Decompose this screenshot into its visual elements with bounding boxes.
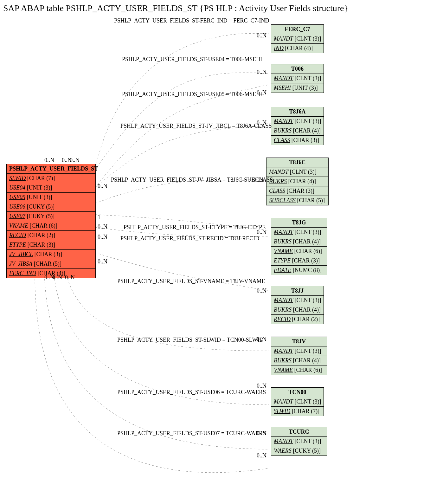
- entity-t8j6a: T8J6A MANDT [CLNT (3)] BUKRS [CHAR (4)] …: [271, 107, 324, 145]
- field-row: USE04 [UNIT (3)]: [7, 183, 95, 193]
- cardinality: 0..N: [257, 120, 266, 126]
- cardinality: 0..N: [257, 430, 266, 437]
- field-row: WAERS [CUKY (5)]: [271, 446, 327, 456]
- entity-header: TCURC: [271, 427, 327, 437]
- cardinality: 0..N: [44, 157, 54, 164]
- cardinality: 0..N: [70, 157, 80, 164]
- entity-t8j6c: T8J6C MANDT [CLNT (3)] BUKRS [CHAR (4)] …: [266, 158, 329, 205]
- cardinality: 0..N: [257, 288, 266, 294]
- entity-main-header: PSHLP_ACTY_USER_FIELDS_ST: [7, 164, 95, 174]
- entity-ferc-c7: FERC_C7 MANDT [CLNT (3)] IND [CHAR (4)]: [271, 24, 324, 53]
- cardinality: 0..N: [254, 177, 263, 183]
- field-row: MANDT [CLNT (3)]: [271, 34, 324, 44]
- cardinality: 0..N: [98, 223, 107, 230]
- relation-label: PSHLP_ACTY_USER_FIELDS_ST-JV_JIBCL = T8J…: [120, 123, 272, 129]
- relation-label: PSHLP_ACTY_USER_FIELDS_ST-RECID = T8JJ-R…: [120, 235, 259, 242]
- field-row: SLWID [CHAR (7)]: [271, 407, 324, 416]
- relation-label: PSHLP_ACTY_USER_FIELDS_ST-USE05 = T006-M…: [122, 91, 262, 98]
- entity-t8jj: T8JJ MANDT [CLNT (3)] BUKRS [CHAR (4)] R…: [271, 286, 324, 324]
- field-row: BUKRS [CHAR (4)]: [271, 126, 324, 136]
- field-row: VNAME [CHAR (6)]: [7, 221, 95, 231]
- entity-t8jv: T8JV MANDT [CLNT (3)] BUKRS [CHAR (4)] V…: [271, 337, 327, 375]
- field-row: MSEHI [UNIT (3)]: [271, 83, 324, 93]
- entity-header: T8J6C: [266, 158, 328, 167]
- field-row: BUKRS [CHAR (4)]: [271, 237, 327, 247]
- field-row: FDATE [NUMC (8)]: [271, 266, 327, 275]
- field-row: RECID [CHAR (2)]: [271, 315, 324, 324]
- field-row: USE07 [CUKY (5)]: [7, 212, 95, 221]
- entity-header: FERC_C7: [271, 25, 324, 34]
- cardinality: 0..N: [257, 452, 266, 459]
- entity-header: T8JJ: [271, 286, 324, 296]
- entity-t006: T006 MANDT [CLNT (3)] MSEHI [UNIT (3)]: [271, 64, 324, 93]
- cardinality: 0..N: [257, 229, 266, 236]
- field-row: CLASS [CHAR (3)]: [271, 136, 324, 145]
- field-row: USE06 [CUKY (5)]: [7, 202, 95, 212]
- field-row: BUKRS [CHAR (4)]: [266, 177, 328, 186]
- entity-main: PSHLP_ACTY_USER_FIELDS_ST SLWID [CHAR (7…: [6, 164, 96, 278]
- diagram-canvas: PSHLP_ACTY_USER_FIELDS_ST SLWID [CHAR (7…: [3, 15, 427, 500]
- field-row: MANDT [CLNT (3)]: [271, 296, 324, 305]
- field-row: VNAME [CHAR (6)]: [271, 365, 327, 375]
- cardinality: 0..N: [52, 274, 62, 281]
- entity-header: T8J6A: [271, 107, 324, 117]
- field-row: JV_JIBCL [CHAR (3)]: [7, 250, 95, 259]
- relation-label: PSHLP_ACTY_USER_FIELDS_ST-USE06 = TCURC-…: [117, 389, 266, 396]
- relation-label: PSHLP_ACTY_USER_FIELDS_ST-FERC_IND = FER…: [114, 17, 269, 24]
- field-row: SLWID [CHAR (7)]: [7, 174, 95, 183]
- cardinality: 0..N: [257, 69, 266, 75]
- field-row: MANDT [CLNT (3)]: [271, 117, 324, 126]
- field-row: USE05 [UNIT (3)]: [7, 193, 95, 202]
- field-row: ETYPE [CHAR (3)]: [271, 256, 327, 266]
- field-row: IND [CHAR (4)]: [271, 44, 324, 53]
- cardinality: 0..N: [98, 258, 107, 265]
- relation-label: PSHLP_ACTY_USER_FIELDS_ST-USE04 = T006-M…: [122, 56, 262, 63]
- entity-header: TCN00: [271, 388, 324, 397]
- cardinality: 0..N: [257, 336, 266, 343]
- entity-tcurc: TCURC MANDT [CLNT (3)] WAERS [CUKY (5)]: [271, 427, 327, 456]
- relation-label: PSHLP_ACTY_USER_FIELDS_ST-USE07 = TCURC-…: [117, 430, 266, 437]
- relation-label: PSHLP_ACTY_USER_FIELDS_ST-ETYPE = T8JG-E…: [124, 224, 266, 231]
- cardinality: 1: [98, 214, 100, 221]
- field-row: MANDT [CLNT (3)]: [266, 167, 328, 177]
- field-row: MANDT [CLNT (3)]: [271, 397, 324, 407]
- field-row: MANDT [CLNT (3)]: [271, 346, 327, 356]
- cardinality: 0..N: [98, 183, 107, 190]
- relation-label: PSHLP_ACTY_USER_FIELDS_ST-VNAME = T8JV-V…: [117, 278, 265, 285]
- cardinality: 0..N: [257, 383, 266, 389]
- entity-header: T006: [271, 64, 324, 74]
- field-row: MANDT [CLNT (3)]: [271, 228, 327, 237]
- entity-tcn00: TCN00 MANDT [CLNT (3)] SLWID [CHAR (7)]: [271, 387, 324, 416]
- field-row: SUBCLASS [CHAR (5)]: [266, 196, 328, 205]
- field-row: BUKRS [CHAR (4)]: [271, 305, 324, 315]
- field-row: JV_JIBSA [CHAR (5)]: [7, 259, 95, 269]
- cardinality: 0..N: [65, 274, 75, 281]
- relation-label: PSHLP_ACTY_USER_FIELDS_ST-SLWID = TCN00-…: [117, 337, 264, 343]
- cardinality: 0..N: [98, 234, 107, 240]
- field-row: ETYPE [CHAR (3)]: [7, 240, 95, 250]
- cardinality: 0..N: [257, 32, 266, 39]
- field-row: MANDT [CLNT (3)]: [271, 74, 324, 83]
- entity-header: T8JG: [271, 218, 327, 228]
- relation-label: PSHLP_ACTY_USER_FIELDS_ST-JV_JIBSA = T8J…: [111, 177, 273, 183]
- entity-header: T8JV: [271, 337, 327, 346]
- field-row: BUKRS [CHAR (4)]: [271, 356, 327, 365]
- field-row: RECID [CHAR (2)]: [7, 231, 95, 240]
- field-row: MANDT [CLNT (3)]: [271, 437, 327, 446]
- page-title: SAP ABAP table PSHLP_ACTY_USER_FIELDS_ST…: [3, 3, 427, 13]
- entity-t8jg: T8JG MANDT [CLNT (3)] BUKRS [CHAR (4)] V…: [271, 218, 327, 275]
- field-row: VNAME [CHAR (6)]: [271, 247, 327, 256]
- field-row: CLASS [CHAR (3)]: [266, 186, 328, 196]
- cardinality: 0..N: [257, 89, 266, 96]
